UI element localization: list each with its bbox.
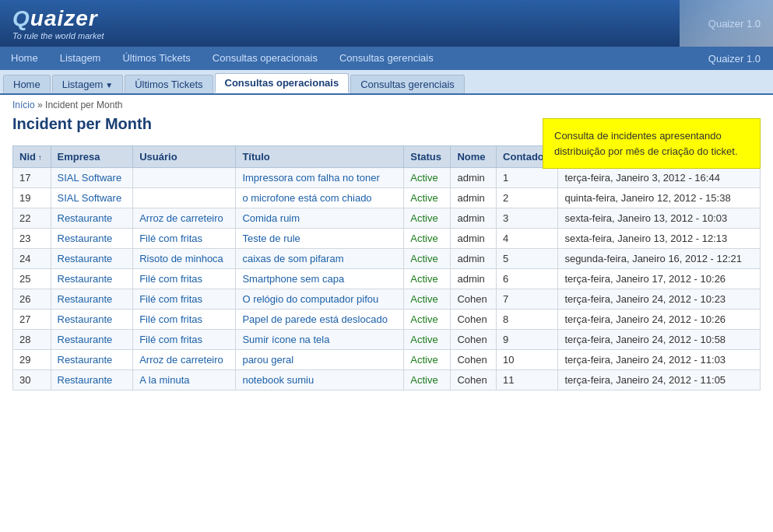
tooltip-box: Consulta de incidentes apresentando dist… [543, 118, 761, 169]
cell-status: Active [404, 289, 451, 310]
cell-data: terça-feira, Janeiro 3, 2012 - 16:44 [558, 168, 761, 188]
cell-data: terça-feira, Janeiro 24, 2012 - 11:03 [558, 350, 761, 370]
cell-contador: 6 [497, 269, 558, 289]
nav-item-home[interactable]: Home [0, 47, 49, 70]
cell-nome: Cohen [451, 350, 497, 370]
nav-item-consultas-op[interactable]: Consultas operacionais [202, 47, 329, 70]
logo-subtitle: To rule the world market [12, 31, 104, 40]
breadcrumb-separator: » [37, 100, 45, 110]
cell-titulo: O relógio do computador pifou [236, 289, 404, 310]
cell-nome: admin [451, 269, 497, 289]
cell-nid: 27 [13, 310, 51, 330]
cell-status: Active [404, 350, 451, 370]
cell-contador: 11 [497, 370, 558, 390]
cell-empresa: Restaurante [51, 229, 133, 249]
cell-data: quinta-feira, Janeiro 12, 2012 - 15:38 [558, 188, 761, 208]
cell-status: Active [404, 370, 451, 390]
cell-nome: admin [451, 168, 497, 188]
col-header-nome[interactable]: Nome [451, 146, 497, 168]
col-header-titulo[interactable]: Título [236, 146, 404, 168]
cell-empresa: Restaurante [51, 289, 133, 310]
tab-home[interactable]: Home [3, 75, 51, 93]
cell-nid: 24 [13, 249, 51, 269]
breadcrumb: Início » Incident per Month [0, 95, 773, 115]
cell-nid: 25 [13, 269, 51, 289]
cell-contador: 7 [497, 289, 558, 310]
tab-consultas-ger[interactable]: Consultas gerenciais [350, 75, 465, 93]
cell-nid: 22 [13, 208, 51, 229]
cell-nome: admin [451, 208, 497, 229]
cell-empresa: Restaurante [51, 249, 133, 269]
cell-contador: 3 [497, 208, 558, 229]
cell-data: segunda-feira, Janeiro 16, 2012 - 12:21 [558, 249, 761, 269]
cell-data: terça-feira, Janeiro 24, 2012 - 10:23 [558, 289, 761, 310]
tab-listagem[interactable]: Listagem [52, 75, 123, 93]
cell-nid: 29 [13, 350, 51, 370]
nav-version: Quaizer 1.0 [696, 53, 773, 65]
cell-usuario: Arroz de carreteiro [133, 350, 236, 370]
cell-contador: 8 [497, 310, 558, 330]
nav-item-consultas-ger[interactable]: Consultas gerenciais [329, 47, 444, 70]
header-photo [680, 0, 773, 47]
table-row: 17SIAL SoftwareImpressora com falha no t… [13, 168, 761, 188]
cell-contador: 4 [497, 229, 558, 249]
cell-empresa: Restaurante [51, 208, 133, 229]
cell-nome: Cohen [451, 310, 497, 330]
nav-item-ultimos-tickets[interactable]: Últimos Tickets [111, 47, 201, 70]
cell-status: Active [404, 188, 451, 208]
cell-titulo: Teste de rule [236, 229, 404, 249]
cell-usuario: Arroz de carreteiro [133, 208, 236, 229]
cell-nid: 17 [13, 168, 51, 188]
cell-data: sexta-feira, Janeiro 13, 2012 - 12:13 [558, 229, 761, 249]
cell-titulo: Smartphone sem capa [236, 269, 404, 289]
cell-nome: Cohen [451, 370, 497, 390]
table-row: 29RestauranteArroz de carreteiroparou ge… [13, 350, 761, 370]
cell-nome: admin [451, 249, 497, 269]
cell-usuario: Risoto de minhoca [133, 249, 236, 269]
cell-status: Active [404, 229, 451, 249]
table-row: 27RestauranteFilé com fritasPapel de par… [13, 310, 761, 330]
table-row: 28RestauranteFilé com fritasSumir ícone … [13, 330, 761, 350]
cell-usuario: Filé com fritas [133, 229, 236, 249]
cell-status: Active [404, 168, 451, 188]
breadcrumb-current: Incident per Month [45, 100, 122, 110]
cell-nome: admin [451, 229, 497, 249]
table-row: 25RestauranteFilé com fritasSmartphone s… [13, 269, 761, 289]
cell-data: terça-feira, Janeiro 17, 2012 - 10:26 [558, 269, 761, 289]
tab-consultas-op[interactable]: Consultas operacionais [215, 73, 350, 93]
cell-usuario: Filé com fritas [133, 289, 236, 310]
logo-title: Quaizer [12, 6, 104, 31]
nav-item-listagem[interactable]: Listagem [49, 47, 112, 70]
cell-titulo: Sumir ícone na tela [236, 330, 404, 350]
cell-usuario: Filé com fritas [133, 310, 236, 330]
cell-nome: Cohen [451, 289, 497, 310]
logo-area: Quaizer To rule the world market [12, 6, 104, 40]
col-header-status[interactable]: Status [404, 146, 451, 168]
cell-data: terça-feira, Janeiro 24, 2012 - 10:58 [558, 330, 761, 350]
nav-bar-left: Home Listagem Últimos Tickets Consultas … [0, 47, 444, 70]
cell-status: Active [404, 208, 451, 229]
tooltip-text: Consulta de incidentes apresentando dist… [554, 130, 738, 157]
cell-titulo: Comida ruim [236, 208, 404, 229]
col-header-nid[interactable]: Nid [13, 146, 51, 168]
cell-usuario [133, 188, 236, 208]
cell-nome: Cohen [451, 330, 497, 350]
cell-empresa: SIAL Software [51, 168, 133, 188]
table-row: 26RestauranteFilé com fritasO relógio do… [13, 289, 761, 310]
cell-nid: 23 [13, 229, 51, 249]
tab-ultimos-tickets[interactable]: Últimos Tickets [125, 75, 213, 93]
col-header-empresa[interactable]: Empresa [51, 146, 133, 168]
cell-empresa: Restaurante [51, 269, 133, 289]
col-header-usuario[interactable]: Usuário [133, 146, 236, 168]
table-row: 30RestauranteA la minutanotebook sumiuAc… [13, 370, 761, 390]
cell-contador: 1 [497, 168, 558, 188]
cell-titulo: o microfone está com chiado [236, 188, 404, 208]
breadcrumb-inicio[interactable]: Início [12, 100, 35, 110]
cell-titulo: notebook sumiu [236, 370, 404, 390]
cell-titulo: Impressora com falha no toner [236, 168, 404, 188]
cell-data: terça-feira, Janeiro 24, 2012 - 11:05 [558, 370, 761, 390]
cell-titulo: parou geral [236, 350, 404, 370]
table-row: 22RestauranteArroz de carreteiroComida r… [13, 208, 761, 229]
cell-data: sexta-feira, Janeiro 13, 2012 - 10:03 [558, 208, 761, 229]
cell-contador: 5 [497, 249, 558, 269]
